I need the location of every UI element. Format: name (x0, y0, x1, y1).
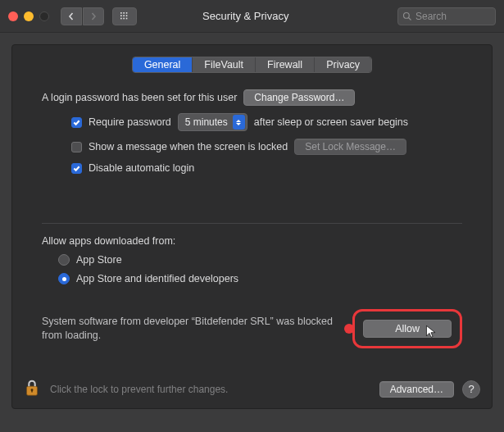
blocked-software-message: System software from developer “Bitdefen… (42, 315, 341, 343)
svg-rect-0 (120, 12, 122, 14)
minimize-window-icon[interactable] (24, 11, 34, 21)
allow-button[interactable]: Allow (363, 320, 452, 338)
require-password-checkbox[interactable] (71, 117, 82, 128)
search-field[interactable]: Search (397, 7, 496, 25)
radio-app-store-identified-label: App Store and identified developers (76, 273, 238, 284)
svg-rect-4 (123, 15, 125, 16)
forward-button[interactable] (83, 7, 104, 25)
svg-rect-5 (126, 15, 128, 16)
radio-app-store[interactable] (58, 254, 70, 266)
svg-rect-3 (120, 15, 122, 16)
nav-buttons (61, 7, 104, 25)
svg-rect-2 (126, 12, 128, 14)
check-icon (73, 119, 80, 126)
set-lock-message-button[interactable]: Set Lock Message… (294, 139, 406, 155)
help-button[interactable]: ? (462, 380, 480, 398)
divider-section (42, 223, 462, 224)
svg-rect-1 (123, 12, 125, 14)
advanced-button[interactable]: Advanced… (379, 381, 454, 398)
svg-rect-7 (123, 17, 125, 19)
window-title: Security & Privacy (202, 10, 288, 22)
svg-rect-6 (120, 17, 122, 19)
stepper-icon (233, 115, 245, 130)
window-controls (8, 11, 49, 21)
close-window-icon[interactable] (8, 11, 18, 21)
require-password-label: Require password (89, 116, 171, 128)
svg-rect-13 (31, 390, 32, 393)
search-icon (402, 11, 412, 21)
preferences-pane: General FileVault Firewall Privacy A log… (11, 44, 493, 409)
change-password-button[interactable]: Change Password… (243, 89, 355, 106)
show-message-label: Show a message when the screen is locked (89, 141, 288, 152)
login-section: A login password has been set for this u… (42, 89, 462, 174)
disable-auto-login-checkbox[interactable] (71, 163, 82, 174)
tab-privacy[interactable]: Privacy (315, 57, 371, 72)
blocked-software-row: System software from developer “Bitdefen… (42, 309, 462, 348)
password-set-label: A login password has been set for this u… (42, 92, 237, 103)
radio-app-store-identified[interactable] (58, 273, 70, 284)
tab-bar: General FileVault Firewall Privacy (12, 57, 492, 73)
require-password-delay-value: 5 minutes (185, 116, 228, 128)
downloads-section: Allow apps downloaded from: App Store Ap… (42, 235, 462, 348)
after-sleep-label: after sleep or screen saver begins (254, 116, 408, 128)
svg-line-10 (409, 17, 411, 20)
window-titlebar: Security & Privacy Search (0, 0, 504, 33)
tab-general[interactable]: General (133, 57, 193, 72)
allow-callout: Allow (352, 309, 462, 348)
radio-app-store-label: App Store (76, 254, 122, 266)
svg-rect-8 (126, 17, 128, 19)
tab-filevault[interactable]: FileVault (193, 57, 256, 72)
section-divider (42, 223, 462, 224)
zoom-window-icon[interactable] (39, 11, 49, 21)
svg-point-9 (404, 12, 410, 18)
show-message-checkbox[interactable] (71, 142, 82, 152)
check-icon (73, 165, 80, 172)
search-placeholder: Search (415, 11, 447, 22)
pane-footer: Click the lock to prevent further change… (12, 370, 492, 408)
lock-icon[interactable] (24, 378, 40, 400)
lock-hint-text: Click the lock to prevent further change… (50, 384, 371, 395)
callout-marker-icon (344, 324, 354, 334)
allow-apps-heading: Allow apps downloaded from: (42, 235, 175, 247)
show-all-prefs-button[interactable] (112, 7, 137, 25)
tab-firewall[interactable]: Firewall (256, 57, 315, 72)
require-password-delay-select[interactable]: 5 minutes (178, 113, 247, 131)
back-button[interactable] (61, 7, 82, 25)
disable-auto-login-label: Disable automatic login (89, 162, 194, 174)
